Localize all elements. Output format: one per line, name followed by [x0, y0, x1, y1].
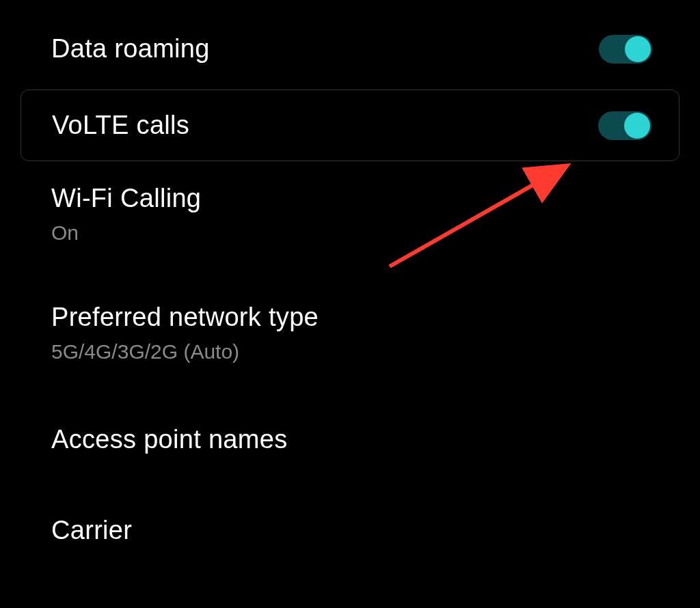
setting-preferred-network-type[interactable]: Preferred network type 5G/4G/3G/2G (Auto… [0, 286, 700, 384]
toggle-thumb-icon [624, 113, 650, 139]
toggle-thumb-icon [625, 36, 651, 62]
preferred-network-type-label: Preferred network type [51, 303, 319, 332]
setting-access-point-names[interactable]: Access point names [0, 404, 700, 475]
setting-data-roaming[interactable]: Data roaming [0, 14, 700, 84]
volte-calls-toggle[interactable] [598, 111, 651, 140]
volte-calls-label: VoLTE calls [52, 111, 189, 140]
data-roaming-label: Data roaming [51, 34, 210, 64]
setting-wifi-calling[interactable]: Wi-Fi Calling On [0, 167, 700, 265]
wifi-calling-label: Wi-Fi Calling [51, 184, 201, 213]
settings-list: Data roaming VoLTE calls Wi-Fi Calling O… [0, 0, 700, 566]
setting-carrier[interactable]: Carrier [0, 495, 700, 566]
data-roaming-toggle[interactable] [599, 35, 652, 64]
access-point-names-label: Access point names [51, 425, 287, 454]
preferred-network-type-value: 5G/4G/3G/2G (Auto) [51, 340, 239, 363]
setting-volte-calls[interactable]: VoLTE calls [21, 89, 679, 161]
carrier-label: Carrier [51, 516, 132, 545]
wifi-calling-status: On [51, 221, 79, 245]
